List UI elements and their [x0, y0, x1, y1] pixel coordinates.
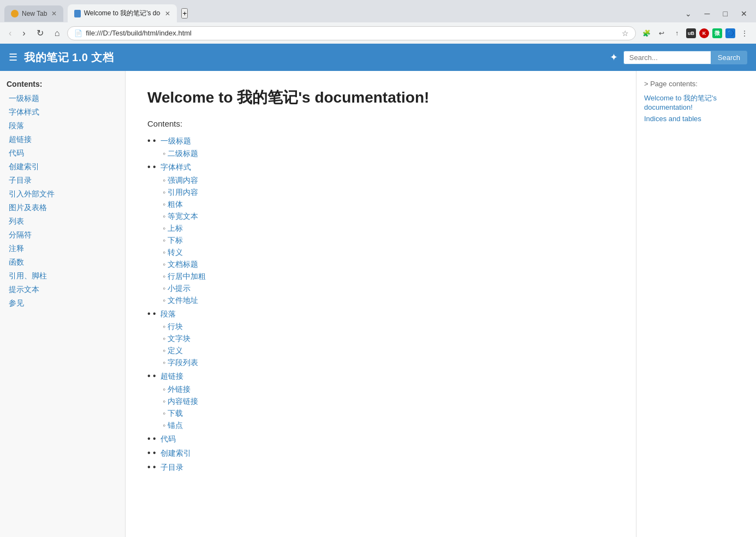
extension-puzzle-icon[interactable]: 🧩 — [640, 27, 652, 39]
sidebar-link-13[interactable]: 函数 — [7, 256, 118, 268]
sidebar-item-11[interactable]: 分隔符 — [7, 229, 118, 241]
back-button[interactable]: ‹ — [5, 26, 15, 40]
toc-sub-link-3-1[interactable]: 行块 — [168, 322, 183, 331]
sidebar-link-3[interactable]: 段落 — [7, 120, 118, 132]
toc-list: • 一级标题 二级标题 • 字体样式 强调内容 引用内容 粗体 等宽文本 上 — [147, 135, 614, 474]
right-sidebar-link-1[interactable]: Welcome to 我的笔记's documentation! — [644, 93, 748, 111]
toc-link-5[interactable]: 代码 — [160, 434, 176, 443]
sidebar-item-8[interactable]: 引入外部文件 — [7, 188, 118, 200]
site-title: 我的笔记 1.0 文档 — [24, 50, 114, 65]
toc-sub-1: 二级标题 — [147, 149, 614, 159]
toc-link-6[interactable]: 创建索引 — [160, 449, 191, 457]
toc-sub-link-4-1[interactable]: 外链接 — [168, 385, 191, 393]
extension-kaspersky-icon[interactable]: K — [699, 28, 709, 38]
toc-item-3: • 段落 行块 文字块 定义 字段列表 — [147, 308, 614, 368]
sidebar-link-7[interactable]: 子目录 — [7, 175, 118, 187]
sidebar-item-14[interactable]: 引用、脚柱 — [7, 270, 118, 282]
sidebar-item-4[interactable]: 超链接 — [7, 134, 118, 146]
home-button[interactable]: ⌂ — [51, 26, 63, 40]
sidebar-item-7[interactable]: 子目录 — [7, 175, 118, 187]
bullet-2: • — [153, 162, 156, 171]
toc-sub-link-2-4[interactable]: 等宽文本 — [168, 212, 198, 220]
toc-sub-link-3-3[interactable]: 定义 — [168, 346, 183, 355]
sidebar-link-10[interactable]: 列表 — [7, 216, 118, 228]
toc-sub-link-4-3[interactable]: 下载 — [168, 409, 183, 417]
sidebar-link-4[interactable]: 超链接 — [7, 134, 118, 146]
bookmark-star-icon[interactable]: ☆ — [622, 29, 629, 38]
sidebar-link-11[interactable]: 分隔符 — [7, 229, 118, 241]
sidebar-link-9[interactable]: 图片及表格 — [7, 202, 118, 214]
sidebar-item-5[interactable]: 代码 — [7, 147, 118, 159]
sidebar-link-1[interactable]: 一级标题 — [7, 93, 118, 105]
toc-sub-link-4-2[interactable]: 内容链接 — [168, 397, 198, 405]
theme-toggle-icon[interactable]: ✦ — [610, 51, 618, 63]
extension-blue-icon[interactable]: 🔵 — [725, 28, 735, 38]
toc-sub-link-2-11[interactable]: 文件地址 — [168, 296, 198, 305]
toc-sub-link-2-9[interactable]: 行居中加粗 — [168, 272, 206, 281]
toc-sub-link-2-2[interactable]: 引用内容 — [168, 188, 198, 196]
reload-button[interactable]: ↻ — [33, 26, 47, 40]
toc-sub-link-4-4[interactable]: 锚点 — [168, 421, 183, 429]
tab-docs[interactable]: Welcome to 我的笔记's documen ✕ — [68, 4, 177, 22]
toc-sub-link-2-7[interactable]: 转义 — [168, 248, 183, 256]
search-button[interactable]: Search — [711, 51, 747, 64]
toc-link-1[interactable]: 一级标题 — [160, 136, 191, 145]
toc-link-2[interactable]: 字体样式 — [160, 163, 191, 171]
tab-new-tab[interactable]: New Tab ✕ — [4, 5, 63, 22]
forward-button[interactable]: › — [19, 26, 28, 40]
new-tab-button[interactable]: + — [181, 8, 188, 19]
toc-link-4[interactable]: 超链接 — [160, 372, 183, 380]
sidebar-nav-list: 一级标题 字体样式 段落 超链接 代码 创建索引 子目录 引入外部文件 图片及表… — [7, 93, 118, 309]
sidebar-item-9[interactable]: 图片及表格 — [7, 202, 118, 214]
sidebar-link-16[interactable]: 参见 — [7, 297, 118, 309]
toc-sub-link-1-1[interactable]: 二级标题 — [168, 149, 198, 158]
sidebar-link-2[interactable]: 字体样式 — [7, 106, 118, 118]
tab-close-new-tab[interactable]: ✕ — [51, 10, 57, 17]
docs-app: ☰ 我的笔记 1.0 文档 ✦ Search Contents: 一级标题 字体… — [0, 44, 756, 537]
sidebar-item-15[interactable]: 提示文本 — [7, 284, 118, 296]
extension-share-icon[interactable]: ↑ — [671, 27, 683, 39]
maximize-button[interactable]: □ — [719, 8, 732, 19]
sidebar-item-10[interactable]: 列表 — [7, 216, 118, 228]
toc-sub-link-2-1[interactable]: 强调内容 — [168, 176, 198, 184]
chrome-menu-icon[interactable]: ⋮ — [739, 27, 751, 39]
sidebar-item-13[interactable]: 函数 — [7, 256, 118, 268]
toc-sub-item-1-1: 二级标题 — [163, 149, 614, 159]
sidebar-item-6[interactable]: 创建索引 — [7, 161, 118, 173]
toc-sub-link-2-6[interactable]: 下标 — [168, 236, 183, 244]
history-back-icon[interactable]: ↩ — [656, 27, 668, 39]
address-bar[interactable]: 📄 file:///D:/Test/build/html/index.html … — [67, 26, 636, 40]
extension-wechat-icon[interactable]: 微 — [712, 28, 722, 38]
toc-sub-link-2-5[interactable]: 上标 — [168, 224, 183, 232]
toc-link-7[interactable]: 子目录 — [160, 463, 183, 472]
sidebar-item-1[interactable]: 一级标题 — [7, 93, 118, 105]
sidebar-item-2[interactable]: 字体样式 — [7, 106, 118, 118]
sidebar-link-15[interactable]: 提示文本 — [7, 284, 118, 296]
tab-close-docs[interactable]: ✕ — [165, 10, 170, 17]
toc-sub-link-2-3[interactable]: 粗体 — [168, 200, 183, 208]
toc-sub-link-3-2[interactable]: 文字块 — [168, 334, 191, 343]
toc-sub-4: 外链接 内容链接 下载 锚点 — [147, 385, 614, 431]
toc-link-3[interactable]: 段落 — [160, 309, 176, 318]
sidebar-link-8[interactable]: 引入外部文件 — [7, 188, 118, 200]
sidebar-link-5[interactable]: 代码 — [7, 147, 118, 159]
main-content: Welcome to 我的笔记's documentation! Content… — [126, 71, 636, 537]
sidebar-item-3[interactable]: 段落 — [7, 120, 118, 132]
tab-list-button[interactable]: ⌄ — [681, 8, 696, 19]
page-contents-heading: > Page contents: — [644, 80, 748, 88]
toc-sub-link-3-4[interactable]: 字段列表 — [168, 358, 198, 367]
right-sidebar-link-2[interactable]: Indices and tables — [644, 115, 748, 123]
sidebar-link-6[interactable]: 创建索引 — [7, 161, 118, 173]
minimize-button[interactable]: ─ — [700, 8, 715, 19]
sidebar-item-16[interactable]: 参见 — [7, 297, 118, 309]
search-input[interactable] — [623, 51, 711, 64]
tab-favicon-docs — [74, 10, 80, 17]
sidebar-link-12[interactable]: 注释 — [7, 243, 118, 255]
close-window-button[interactable]: ✕ — [736, 8, 752, 19]
toc-sub-link-2-8[interactable]: 文档标题 — [168, 260, 198, 268]
extension-ublock-icon[interactable]: uB — [686, 28, 696, 38]
sidebar-link-14[interactable]: 引用、脚柱 — [7, 270, 118, 282]
sidebar-toggle-icon[interactable]: ☰ — [9, 51, 17, 63]
toc-sub-link-2-10[interactable]: 小提示 — [168, 284, 191, 293]
sidebar-item-12[interactable]: 注释 — [7, 243, 118, 255]
